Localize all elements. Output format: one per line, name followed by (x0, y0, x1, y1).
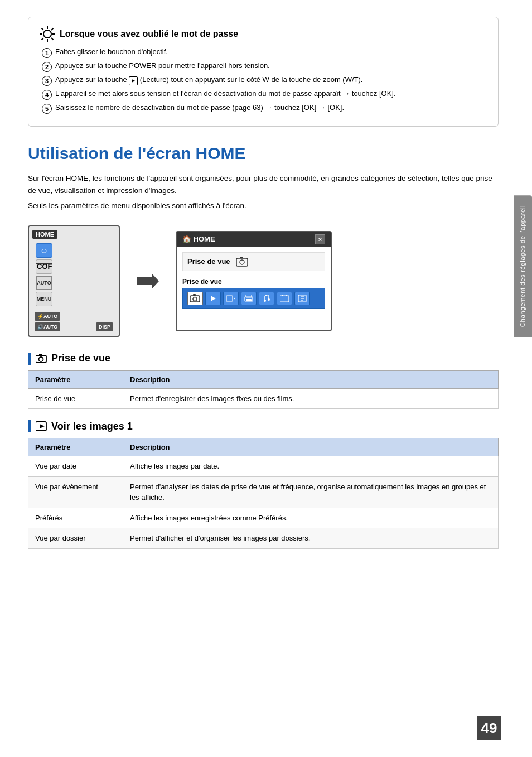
lcd-coff-icon: COFF (36, 259, 52, 274)
lcd-smiley-icon: ☺ (36, 243, 52, 258)
demo-arrow (137, 273, 159, 290)
camera-section-icon (36, 354, 47, 364)
key-icon (40, 26, 55, 42)
home-demo: HOME ☺ COFF (28, 225, 499, 337)
svg-point-16 (193, 297, 197, 301)
hw-music-icon (259, 292, 274, 305)
step-4: 4 L'appareil se met alors sous tension e… (40, 89, 487, 100)
table-header-row-1: Paramètre Description (28, 370, 499, 388)
desc-cell: Affiche les images enregistrées comme Pr… (123, 508, 499, 528)
note-box-title: Lorsque vous avez oublié le mot de passe (40, 26, 487, 42)
note-box: Lorsque vous avez oublié le mot de passe… (28, 17, 499, 127)
svg-marker-11 (137, 274, 159, 288)
svg-point-13 (240, 260, 244, 264)
lcd-bottom-row: ⚡AUTO 🔊AUTO DISP (32, 311, 115, 332)
hw-print-icon (241, 292, 257, 305)
svg-rect-12 (236, 258, 248, 266)
step-num-4: 4 (42, 90, 52, 100)
voir-images-title: Voir les images 1 (51, 421, 133, 432)
step-num-3: 3 (42, 76, 52, 86)
page-container: Lorsque vous avez oublié le mot de passe… (0, 0, 532, 757)
home-window-prise-section-2: Prise de vue (182, 278, 325, 309)
step-2: 2 Appuyez sur la touche POWER pour mettr… (40, 61, 487, 72)
step-5: 5 Saisissez le nombre de désactivation d… (40, 103, 487, 114)
param-cell: Préférés (28, 508, 123, 528)
svg-line-7 (51, 28, 54, 31)
svg-rect-14 (240, 257, 243, 258)
lcd-row-auto: AUTO (36, 276, 112, 290)
desc-cell: Affiche les images par date. (123, 456, 499, 477)
lcd-row-menu: MENU (36, 292, 112, 306)
desc-cell: Permet d'analyser les dates de prise de … (123, 476, 499, 508)
desc-cell: Permet d'afficher et d'organiser les ima… (123, 528, 499, 549)
lcd-disp-btn: DISP (96, 322, 113, 331)
step-text-5: Saisissez le nombre de désactivation du … (55, 103, 344, 112)
play-section-icon (36, 421, 47, 431)
home-window: 🏠 HOME × Prise de vue Prise de vue (176, 231, 332, 331)
lcd-row-coff: COFF (36, 259, 112, 274)
home-window-title-bar: 🏠 HOME × (177, 232, 331, 247)
svg-point-37 (39, 357, 43, 361)
desc-cell: Permet d'enregistrer des images fixes ou… (123, 388, 499, 409)
home-window-icons-row (182, 288, 325, 309)
svg-point-28 (268, 298, 270, 301)
svg-line-8 (42, 38, 44, 40)
table-row: PréférésAffiche les images enregistrées … (28, 508, 499, 528)
camera-icon-small (236, 256, 248, 267)
svg-marker-40 (40, 424, 45, 428)
hw-camera-icon (187, 292, 203, 305)
table-row: Vue par évènementPermet d'analyser les d… (28, 476, 499, 508)
table-header-row-2: Paramètre Description (28, 438, 499, 456)
step-text-3: Appuyez sur la touche ▶ (Lecture) tout e… (55, 75, 362, 85)
home-window-prise-section-1: Prise de vue (182, 252, 325, 271)
col-header-desc-1: Description (123, 370, 499, 388)
prise-label-2: Prise de vue (182, 278, 325, 286)
lcd-menu-icon: MENU (36, 292, 52, 306)
voir-images-table: Paramètre Description Vue par dateAffich… (28, 438, 499, 549)
svg-marker-18 (211, 296, 216, 301)
svg-rect-19 (226, 296, 233, 301)
svg-marker-20 (234, 297, 235, 300)
prise-de-vue-title: Prise de vue (51, 353, 110, 364)
hw-settings-icon (294, 292, 310, 305)
note-box-steps: 1 Faites glisser le bouchon d'objectif. … (40, 47, 487, 114)
note-box-title-text: Lorsque vous avez oublié le mot de passe (60, 29, 238, 39)
step-1: 1 Faites glisser le bouchon d'objectif. (40, 47, 487, 58)
col-header-desc-2: Description (123, 438, 499, 456)
step-text-2: Appuyez sur la touche POWER pour mettre … (55, 61, 270, 70)
home-window-title: 🏠 HOME (182, 235, 215, 243)
home-window-body: Prise de vue Prise de vue (177, 247, 331, 321)
step-text-1: Faites glisser le bouchon d'objectif. (55, 47, 168, 56)
step-num-5: 5 (42, 104, 52, 114)
blue-bar-1 (28, 353, 31, 365)
step-3: 3 Appuyez sur la touche ▶ (Lecture) tout… (40, 75, 487, 86)
step-num-1: 1 (42, 48, 52, 58)
param-cell: Vue par dossier (28, 528, 123, 549)
hw-tv-icon (277, 292, 292, 305)
section-intro-2: Seuls les paramètres de menu disponibles… (28, 200, 499, 212)
svg-point-0 (43, 30, 51, 38)
lcd-auto-flash-btn: ⚡AUTO (35, 312, 60, 321)
step-num-2: 2 (42, 62, 52, 72)
table-row: Vue par dossierPermet d'afficher et d'or… (28, 528, 499, 549)
lcd-auto-icon: AUTO (36, 276, 52, 290)
voir-images-section-title: Voir les images 1 (28, 420, 499, 432)
param-cell: Prise de vue (28, 388, 123, 409)
table-row: Prise de vuePermet d'enregistrer des ima… (28, 388, 499, 409)
hw-slideshow-icon (223, 292, 239, 305)
svg-rect-23 (246, 299, 252, 301)
lcd-row-smiley: ☺ (36, 243, 112, 258)
param-cell: Vue par évènement (28, 476, 123, 508)
svg-line-25 (265, 295, 269, 296)
prise-label-1: Prise de vue (187, 257, 230, 266)
svg-line-6 (51, 38, 54, 40)
window-close-button[interactable]: × (315, 234, 325, 244)
lcd-icons: ☺ COFF AUTO (32, 241, 115, 308)
param-cell: Vue par date (28, 456, 123, 477)
col-header-param-1: Paramètre (28, 370, 123, 388)
step-text-4: L'appareil se met alors sous tension et … (55, 89, 396, 98)
table-row: Vue par dateAffiche les images par date. (28, 456, 499, 477)
lcd-home-label: HOME (32, 230, 57, 239)
section-intro-1: Sur l'écran HOME, les fonctions de l'app… (28, 172, 499, 196)
prise-de-vue-table: Paramètre Description Prise de vuePermet… (28, 370, 499, 409)
